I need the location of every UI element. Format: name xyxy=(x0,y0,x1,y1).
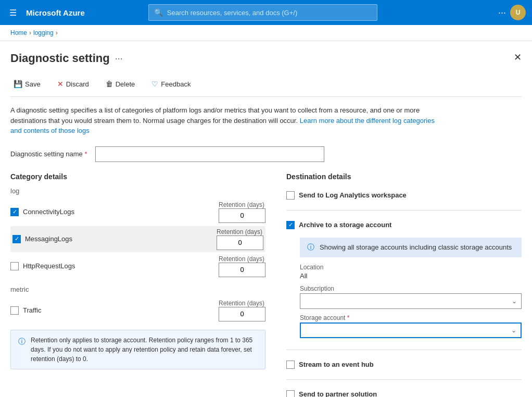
traffic-retention-label: Retention (days) xyxy=(219,300,265,307)
httprequest-logs-row: HttpRequestLogs Retention (days) xyxy=(10,253,265,279)
subscription-label: Subscription xyxy=(300,285,522,292)
setting-name-label: Diagnostic setting name * xyxy=(10,150,87,158)
storage-account-chevron: ⌄ xyxy=(511,327,516,334)
storage-info-banner: ⓘ Showing all storage accounts including… xyxy=(300,238,522,257)
breadcrumb-sep1: › xyxy=(29,29,31,36)
storage-required-star: * xyxy=(347,314,350,321)
metric-category-group: metric Traffic Retention (days) xyxy=(10,286,265,324)
setting-name-row: Diagnostic setting name * xyxy=(10,146,522,162)
partner-checkbox[interactable] xyxy=(286,390,295,398)
subscription-row: Subscription ⌄ xyxy=(300,285,522,309)
event-hub-option: Stream to an event hub xyxy=(286,356,522,373)
messaging-logs-checkbox[interactable] xyxy=(12,235,21,243)
partner-option: Send to partner solution xyxy=(286,386,522,398)
feedback-icon: ♡ xyxy=(151,80,158,88)
connectivity-logs-checkbox[interactable] xyxy=(10,208,19,216)
page-title: Diagnostic setting xyxy=(10,52,110,65)
httprequest-retention-input[interactable] xyxy=(219,263,265,277)
traffic-label: Traffic xyxy=(23,306,41,314)
storage-account-section: Archive to a storage account ⓘ Showing a… xyxy=(286,217,522,350)
delete-icon: 🗑 xyxy=(106,80,113,88)
feedback-button[interactable]: ♡ Feedback xyxy=(148,78,194,90)
log-analytics-section: Send to Log Analytics workspace xyxy=(286,187,522,210)
messaging-logs-label: MessagingLogs xyxy=(25,235,72,243)
partner-checkbox-wrap[interactable]: Send to partner solution xyxy=(286,390,377,398)
discard-label: Discard xyxy=(66,80,89,88)
search-box: 🔍 xyxy=(148,4,377,21)
search-input[interactable] xyxy=(167,9,372,17)
breadcrumb-logging[interactable]: logging xyxy=(33,29,54,36)
httprequest-logs-checkbox[interactable] xyxy=(10,262,19,270)
delete-label: Delete xyxy=(116,80,135,88)
storage-account-label: Archive to a storage account xyxy=(299,221,391,229)
event-hub-checkbox[interactable] xyxy=(286,361,295,369)
location-row: Location All xyxy=(300,264,522,280)
httprequest-logs-label: HttpRequestLogs xyxy=(23,262,75,270)
log-group-label: log xyxy=(10,187,265,195)
page-ellipsis[interactable]: ··· xyxy=(115,53,123,64)
httprequest-retention-label: Retention (days) xyxy=(219,255,265,263)
connectivity-retention-input[interactable] xyxy=(219,208,265,223)
log-analytics-checkbox[interactable] xyxy=(286,191,295,200)
feedback-label: Feedback xyxy=(161,80,191,88)
subscription-chevron: ⌄ xyxy=(512,297,517,305)
httprequest-logs-checkbox-wrap[interactable]: HttpRequestLogs xyxy=(10,262,75,270)
messaging-logs-row: MessagingLogs Retention (days) xyxy=(10,226,265,252)
storage-account-row: Storage account * ⌄ xyxy=(300,314,522,338)
more-options[interactable]: ··· xyxy=(498,7,506,18)
brand-logo: Microsoft Azure xyxy=(26,8,85,17)
info-icon: ⓘ xyxy=(18,336,26,347)
required-star: * xyxy=(84,150,87,158)
messaging-logs-checkbox-wrap[interactable]: MessagingLogs xyxy=(12,235,72,243)
messaging-retention-input[interactable] xyxy=(217,235,263,250)
log-analytics-label: Send to Log Analytics workspace xyxy=(299,191,407,199)
storage-account-checkbox[interactable] xyxy=(286,221,295,229)
toolbar: 💾 Save ✕ Discard 🗑 Delete ♡ Feedback xyxy=(10,73,522,97)
destination-section-header: Destination details xyxy=(286,172,522,181)
breadcrumb-home[interactable]: Home xyxy=(10,29,27,36)
discard-button[interactable]: ✕ Discard xyxy=(54,78,92,90)
discard-icon: ✕ xyxy=(57,80,64,88)
messaging-retention-label: Retention (days) xyxy=(217,228,263,235)
nav-right: ··· U xyxy=(498,5,526,20)
traffic-checkbox[interactable] xyxy=(10,306,19,315)
metric-group-label: metric xyxy=(10,286,265,293)
location-label: Location xyxy=(300,264,522,271)
storage-banner-text: Showing all storage accounts including c… xyxy=(320,243,512,251)
event-hub-label: Stream to an event hub xyxy=(299,361,374,368)
traffic-retention-input[interactable] xyxy=(219,307,265,321)
hamburger-menu[interactable]: ☰ xyxy=(6,5,20,21)
retention-info-text: Retention only applies to storage accoun… xyxy=(31,336,258,364)
setting-name-input[interactable] xyxy=(95,146,324,162)
connectivity-logs-row: ConnectivityLogs Retention (days) xyxy=(10,199,265,225)
right-column: Destination details Send to Log Analytic… xyxy=(286,172,522,398)
subscription-select[interactable]: ⌄ xyxy=(300,293,522,309)
log-analytics-checkbox-wrap[interactable]: Send to Log Analytics workspace xyxy=(286,191,407,200)
log-category-group: log ConnectivityLogs Retention (days) xyxy=(10,187,265,279)
search-icon: 🔍 xyxy=(154,8,163,17)
location-value: All xyxy=(300,272,522,280)
two-column-layout: Category details log ConnectivityLogs Re… xyxy=(10,172,522,398)
save-icon: 💾 xyxy=(14,80,22,88)
log-analytics-option: Send to Log Analytics workspace xyxy=(286,187,522,204)
save-label: Save xyxy=(25,80,41,88)
storage-account-option: Archive to a storage account xyxy=(286,217,522,233)
close-button[interactable]: ✕ xyxy=(514,52,522,63)
save-button[interactable]: 💾 Save xyxy=(10,78,44,90)
breadcrumb: Home › logging › xyxy=(0,25,532,41)
connectivity-retention-label: Retention (days) xyxy=(219,201,265,208)
event-hub-checkbox-wrap[interactable]: Stream to an event hub xyxy=(286,361,374,369)
retention-info-box: ⓘ Retention only applies to storage acco… xyxy=(10,330,265,369)
connectivity-logs-label: ConnectivityLogs xyxy=(23,208,74,216)
category-section-header: Category details xyxy=(10,172,265,181)
archive-sub-section: ⓘ Showing all storage accounts including… xyxy=(300,238,522,338)
avatar[interactable]: U xyxy=(510,5,526,20)
storage-account-checkbox-wrap[interactable]: Archive to a storage account xyxy=(286,221,391,229)
page-header: Diagnostic setting ··· xyxy=(10,52,522,65)
delete-button[interactable]: 🗑 Delete xyxy=(103,78,138,90)
left-column: Category details log ConnectivityLogs Re… xyxy=(10,172,265,369)
traffic-checkbox-wrap[interactable]: Traffic xyxy=(10,306,41,315)
storage-account-select[interactable]: ⌄ xyxy=(300,322,522,338)
storage-info-icon: ⓘ xyxy=(307,243,314,252)
connectivity-logs-checkbox-wrap[interactable]: ConnectivityLogs xyxy=(10,208,74,216)
